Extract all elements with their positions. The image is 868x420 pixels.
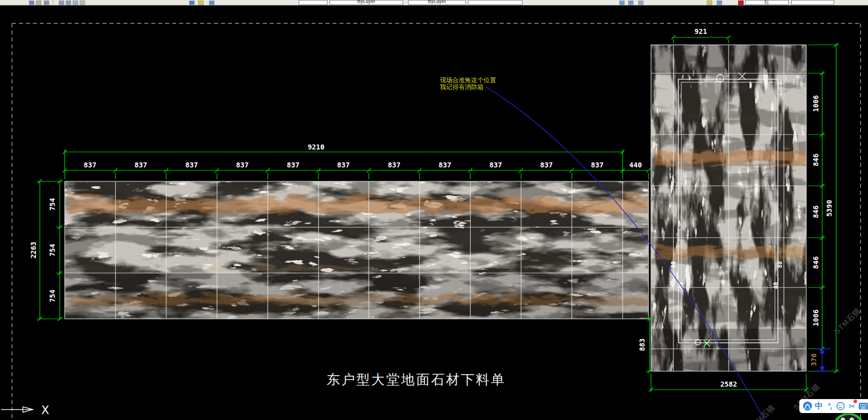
dim-label-846: 846 — [812, 153, 820, 166]
dim-label-837: 837 — [388, 161, 400, 169]
ucs-icon — [1, 407, 33, 413]
color-combo[interactable]: ByLayer — [329, 0, 403, 5]
ime-emoji-button[interactable] — [836, 401, 845, 412]
dim-label-754: 754 — [48, 289, 56, 302]
layer-name-combo[interactable]: 红 — [745, 0, 789, 5]
dim-band-rows[interactable] — [56, 179, 63, 321]
dim-band-segments[interactable] — [63, 168, 651, 179]
toolbar-icon[interactable] — [619, 0, 625, 5]
ball-eye — [841, 418, 845, 420]
toolbar-icon[interactable] — [29, 0, 34, 5]
notification-dot — [854, 400, 857, 403]
ime-toolbar[interactable]: 中 °, ✂ — [799, 399, 868, 413]
dim-label-846: 846 — [812, 256, 820, 269]
toolbar-icon[interactable] — [628, 0, 634, 5]
watermark-text: STM石猫 — [833, 306, 862, 336]
dim-label-921: 921 — [694, 27, 707, 35]
toolbar-icon[interactable] — [189, 0, 195, 5]
combo-value: ByLayer — [409, 0, 465, 4]
dim-label-5390: 5390 — [825, 200, 833, 217]
layer-color-swatch[interactable] — [738, 0, 744, 5]
toolbar-icon[interactable] — [73, 0, 78, 5]
toolbar-icon[interactable] — [707, 0, 712, 5]
dim-label-837: 837 — [591, 161, 603, 169]
toolbar-icon[interactable] — [717, 0, 722, 5]
toolbar-icon[interactable] — [59, 0, 64, 5]
dim-label-370: 370 — [810, 353, 818, 366]
dim-label-80-left: 80 — [670, 261, 677, 268]
toolbar-icon[interactable] — [209, 0, 215, 5]
toolbar-icon[interactable] — [36, 0, 41, 5]
smiley-icon — [836, 402, 845, 411]
toolbar-separator — [53, 0, 53, 4]
dim-label-837: 837 — [134, 161, 147, 169]
ime-punctuation-toggle[interactable]: °, — [826, 401, 834, 412]
dim-label-846: 846 — [812, 205, 820, 218]
dim-label-9210: 9210 — [308, 143, 325, 151]
qq-penguin-icon — [803, 401, 812, 411]
dim-label-837: 837 — [185, 161, 198, 169]
ucs-axis-label: X — [41, 404, 49, 417]
linetype-combo[interactable]: ByLayer — [408, 0, 466, 5]
dim-label-440: 440 — [629, 161, 642, 169]
dim-label-40-right: 40 — [772, 282, 779, 289]
cad-app-screen: { "toolbar": { "property_combos": ["ByLa… — [0, 0, 868, 420]
toolbar-icon[interactable] — [638, 0, 644, 5]
dim-label-883: 883 — [638, 338, 646, 351]
ime-logo-icon[interactable] — [803, 401, 812, 412]
ime-mode-toggle[interactable]: 中 — [815, 401, 823, 412]
ime-profile-button[interactable] — [863, 401, 868, 412]
annotation-line-1[interactable]: 现场合准角这个位置 — [440, 77, 496, 84]
toolbar-icon[interactable] — [66, 0, 71, 5]
dim-label-837: 837 — [287, 161, 299, 169]
dim-label-837: 837 — [540, 161, 552, 169]
ime-clipboard-button[interactable]: ✂ — [848, 401, 856, 412]
dim-label-837: 837 — [438, 161, 451, 169]
toolbar-icon[interactable] — [198, 0, 204, 5]
dim-label-837: 837 — [489, 161, 502, 169]
lineweight-combo[interactable] — [468, 0, 523, 5]
toolbar-icon[interactable] — [44, 0, 49, 5]
dim-label-754: 754 — [48, 244, 56, 256]
combo-value: 红 — [746, 0, 788, 5]
dim-label-837: 837 — [84, 161, 96, 169]
dim-label-754: 754 — [48, 198, 56, 210]
watermark-text: STM石猫 — [747, 403, 776, 420]
layer-combo[interactable] — [299, 0, 327, 5]
dim-panel-bottom-inset[interactable]: 370 — [810, 349, 830, 371]
dim-label-1006: 1006 — [812, 309, 820, 326]
top-toolbar: ByLayer ByLayer 红 — [0, 0, 868, 5]
style-combo[interactable] — [791, 0, 834, 5]
combo-value: ByLayer — [330, 0, 403, 4]
ball-eye — [850, 418, 854, 420]
drawing-canvas[interactable]: 9210 837 837 837 837 837 837 837 837 837… — [0, 0, 868, 420]
marble-band-image[interactable] — [65, 181, 649, 319]
annotation-line-2[interactable]: 我记得有消防箱 — [439, 84, 484, 91]
dim-label-1006: 1006 — [812, 95, 820, 112]
dim-label-837: 837 — [337, 161, 349, 169]
dim-label-837: 837 — [236, 161, 248, 169]
dim-panel-top-width[interactable] — [671, 35, 731, 43]
drawing-title[interactable]: 东户型大堂地面石材下料单 — [326, 372, 506, 387]
person-icon — [864, 402, 868, 411]
dim-label-80-right: 80 — [776, 261, 783, 268]
dim-label-2582: 2582 — [720, 380, 737, 388]
dim-label-2263: 2263 — [29, 242, 37, 259]
toolbar-icon[interactable] — [80, 0, 85, 5]
